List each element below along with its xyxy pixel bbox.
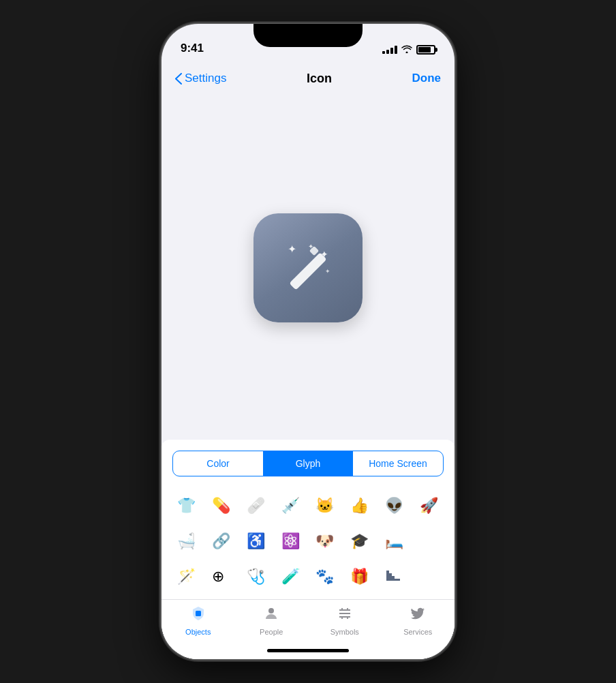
symbols-icon <box>337 605 353 626</box>
svg-text:🐾: 🐾 <box>315 567 335 586</box>
svg-rect-29 <box>389 573 392 581</box>
glyph-syringe[interactable]: 💉 <box>276 490 305 520</box>
glyph-tshirt[interactable]: 👕 <box>172 490 202 520</box>
glyph-graduation[interactable]: 🎓 <box>345 526 375 556</box>
glyph-empty2 <box>414 561 444 591</box>
svg-text:🛁: 🛁 <box>177 532 196 550</box>
glyph-pet[interactable]: 🐱 <box>311 490 340 520</box>
svg-text:🔗: 🔗 <box>212 532 231 550</box>
svg-text:🚀: 🚀 <box>420 496 439 515</box>
back-button[interactable]: Settings <box>175 72 226 85</box>
tab-symbols[interactable]: Symbols <box>308 605 382 641</box>
phone-frame: 9:41 Set <box>161 24 455 659</box>
tab-services[interactable]: Services <box>382 605 455 641</box>
glyph-stairs[interactable] <box>380 561 410 591</box>
segment-home-screen[interactable]: Home Screen <box>353 451 443 476</box>
glyph-wand[interactable]: 🪄 <box>172 561 202 591</box>
glyph-dog[interactable]: 🐶 <box>311 526 340 556</box>
svg-rect-27 <box>395 579 400 581</box>
glyph-rocket[interactable]: 🚀 <box>414 490 444 520</box>
svg-text:🩹: 🩹 <box>247 496 266 515</box>
nav-title: Icon <box>307 72 332 86</box>
tab-objects[interactable]: Objects <box>161 605 235 641</box>
tab-people-label: People <box>260 628 283 636</box>
glyph-link[interactable]: 🔗 <box>207 526 236 556</box>
people-icon <box>263 605 279 626</box>
segment-color[interactable]: Color <box>173 451 263 476</box>
svg-rect-30 <box>386 571 389 581</box>
magic-wand-icon: ✦ ✦ ✦ ✦ <box>274 234 342 302</box>
tab-services-label: Services <box>403 628 432 636</box>
svg-text:👕: 👕 <box>177 496 196 515</box>
glyph-empty1 <box>414 526 444 556</box>
svg-text:⊕: ⊕ <box>212 568 224 585</box>
battery-icon <box>416 45 435 55</box>
status-time: 9:41 <box>181 42 204 55</box>
svg-text:⚛️: ⚛️ <box>281 532 301 550</box>
tab-people[interactable]: People <box>235 605 309 641</box>
services-icon <box>410 605 426 626</box>
svg-text:🩺: 🩺 <box>247 567 266 586</box>
status-icons <box>382 44 435 55</box>
app-icon-preview: ✦ ✦ ✦ ✦ <box>253 213 363 322</box>
glyph-stethoscope[interactable]: 🩺 <box>242 561 271 591</box>
glyph-add-medical[interactable]: ⊕ <box>207 561 236 591</box>
notch <box>253 24 363 47</box>
svg-rect-4 <box>289 252 326 290</box>
content-area: ✦ ✦ ✦ ✦ Color Glyph <box>161 96 455 659</box>
glyph-gift[interactable]: 🎁 <box>345 561 375 591</box>
svg-text:🎁: 🎁 <box>350 567 369 586</box>
signal-icon <box>382 46 397 54</box>
wifi-icon <box>401 44 412 55</box>
svg-rect-31 <box>196 611 201 616</box>
done-button[interactable]: Done <box>412 72 441 85</box>
glyph-bandage[interactable]: 🩹 <box>242 490 271 520</box>
back-label: Settings <box>185 72 226 85</box>
glyph-alien[interactable]: 👽 <box>380 490 410 520</box>
segment-control[interactable]: Color Glyph Home Screen <box>172 451 444 476</box>
svg-text:🎓: 🎓 <box>350 532 369 550</box>
objects-icon <box>190 605 206 626</box>
svg-text:👍: 👍 <box>350 496 369 515</box>
icon-preview-area: ✦ ✦ ✦ ✦ <box>161 96 455 440</box>
glyph-wheelchair[interactable]: ♿ <box>242 526 271 556</box>
svg-text:💊: 💊 <box>212 496 231 515</box>
home-indicator <box>161 641 455 659</box>
svg-text:💉: 💉 <box>281 496 301 515</box>
svg-text:🛏️: 🛏️ <box>385 532 404 550</box>
nav-bar: Settings Icon Done <box>161 61 455 96</box>
chevron-left-icon <box>175 73 182 85</box>
tab-objects-label: Objects <box>185 628 211 636</box>
glyph-capsule[interactable]: 💊 <box>207 490 236 520</box>
home-bar <box>267 649 349 652</box>
bottom-panel: Color Glyph Home Screen 👕 💊 <box>161 440 455 659</box>
svg-text:🐱: 🐱 <box>315 496 335 515</box>
svg-point-32 <box>268 608 274 613</box>
svg-text:🪄: 🪄 <box>177 567 196 586</box>
svg-text:✦: ✦ <box>325 268 330 275</box>
svg-text:🐶: 🐶 <box>315 532 335 550</box>
glyph-flask[interactable]: 🧪 <box>276 561 305 591</box>
svg-text:✦: ✦ <box>288 243 296 255</box>
svg-text:👽: 👽 <box>385 496 404 515</box>
tab-bar: Objects People <box>161 599 455 641</box>
glyph-paw[interactable]: 🐾 <box>311 561 340 591</box>
tab-symbols-label: Symbols <box>330 628 359 636</box>
glyph-thumbsup[interactable]: 👍 <box>345 490 375 520</box>
glyph-atom[interactable]: ⚛️ <box>276 526 305 556</box>
svg-text:♿: ♿ <box>247 532 266 550</box>
glyph-bath[interactable]: 🛁 <box>172 526 202 556</box>
glyph-bed[interactable]: 🛏️ <box>380 526 410 556</box>
segment-glyph[interactable]: Glyph <box>263 451 353 476</box>
svg-text:🧪: 🧪 <box>281 567 301 586</box>
svg-rect-28 <box>392 576 395 581</box>
icon-grid: 👕 💊 🩹 💉 🐱 👍 👽 <box>161 485 455 599</box>
